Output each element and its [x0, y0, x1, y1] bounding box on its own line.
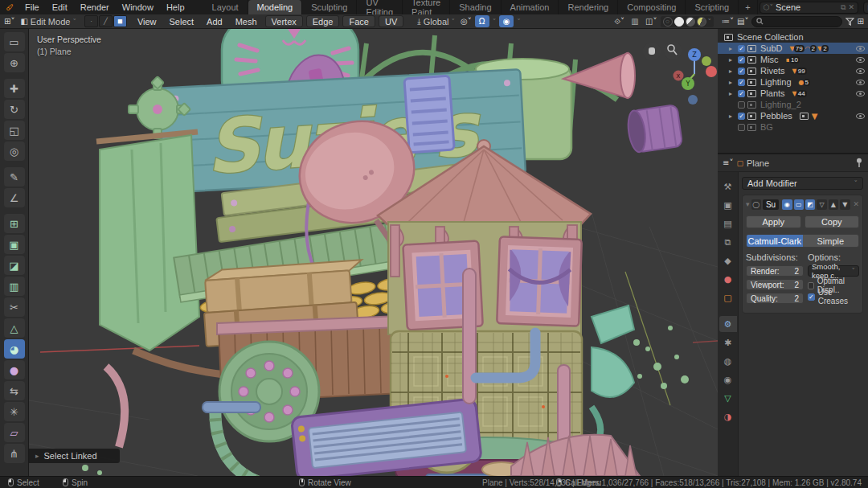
- menu-help[interactable]: Help: [161, 2, 190, 13]
- outliner-row-bg[interactable]: BG: [718, 121, 868, 133]
- hide-eye-icon[interactable]: [856, 46, 865, 51]
- uv-smooth-dropdown[interactable]: Smooth, keep c..˅: [808, 265, 859, 277]
- collection-checkbox[interactable]: ✓: [738, 56, 745, 64]
- viewport-visibility-icon[interactable]: ▭: [794, 199, 804, 210]
- tool-spin[interactable]: ◕: [4, 339, 25, 359]
- outliner-filter-mode-icon[interactable]: ▤˅: [737, 17, 748, 26]
- collapse-modifier-icon[interactable]: ▾: [746, 200, 750, 208]
- tab-render[interactable]: ▣: [719, 197, 737, 213]
- move-modifier-up-icon[interactable]: ▲: [829, 199, 838, 210]
- checkbox[interactable]: [808, 282, 814, 289]
- snapping-dropdown[interactable]: ˅: [493, 18, 497, 26]
- face-select-button[interactable]: ◼: [113, 15, 127, 27]
- tool-measure[interactable]: ∠: [4, 188, 25, 207]
- tab-animation[interactable]: Animation: [502, 0, 559, 14]
- menu-select[interactable]: Select: [165, 16, 199, 27]
- pin-icon[interactable]: [855, 158, 863, 168]
- tool-bevel[interactable]: ◪: [4, 256, 25, 275]
- purple-drum[interactable]: [626, 105, 683, 153]
- tab-particles[interactable]: ✱: [719, 334, 737, 351]
- outliner-row-lighting[interactable]: ▸ ✓ Lighting ●5: [718, 76, 868, 88]
- scene-canvas[interactable]: Suzie's: [29, 29, 718, 476]
- tool-transform[interactable]: ◎: [4, 141, 25, 161]
- tool-knife[interactable]: ✂: [4, 297, 25, 317]
- apply-button[interactable]: Apply: [746, 215, 801, 228]
- collection-checkbox[interactable]: ✓: [738, 90, 745, 97]
- show-gizmo-icon[interactable]: ⟐˅: [614, 17, 624, 27]
- mode-selector[interactable]: ◧ Edit Mode ˅: [18, 17, 78, 27]
- outliner-row-plants[interactable]: ▸ ✓ Plants ▼44: [718, 88, 868, 99]
- add-modifier-dropdown[interactable]: Add Modifier ˅: [742, 177, 863, 190]
- window-shutter[interactable]: [404, 76, 454, 153]
- tab-uv-editing[interactable]: UV Editing: [357, 0, 403, 14]
- tab-object[interactable]: ▢: [719, 289, 737, 306]
- tab-output[interactable]: ▤: [719, 215, 737, 232]
- menu-edge[interactable]: Edge: [306, 15, 340, 27]
- expand-icon[interactable]: ▸: [729, 45, 735, 52]
- collection-checkbox[interactable]: [738, 124, 745, 131]
- outliner-row-lighting-2[interactable]: Lighting_2: [718, 99, 868, 110]
- overlays-icon[interactable]: ◫˅: [645, 17, 657, 26]
- menu-view[interactable]: View: [133, 16, 162, 27]
- tab-compositing[interactable]: Compositing: [618, 0, 686, 14]
- editor-type-icon[interactable]: ⊞˅: [4, 17, 14, 26]
- pivot-point-icon[interactable]: ◎˅: [461, 17, 472, 26]
- operator-panel[interactable]: ▸ Select Linked: [29, 449, 120, 463]
- collection-checkbox[interactable]: ✓: [738, 68, 745, 75]
- unlink-scene-icon[interactable]: ✕: [848, 3, 854, 11]
- shading-dropdown[interactable]: ˅: [708, 18, 712, 26]
- new-collection-icon[interactable]: ⊞: [858, 17, 864, 26]
- quality-field[interactable]: Quality:2: [746, 293, 804, 304]
- nav-gizmo[interactable]: Z X Y: [643, 42, 717, 105]
- menu-face[interactable]: Face: [342, 15, 375, 27]
- hide-eye-icon[interactable]: [856, 91, 865, 96]
- hide-eye-icon[interactable]: [856, 113, 865, 119]
- xray-toggle-icon[interactable]: ▥: [628, 15, 642, 27]
- cage-visibility-icon[interactable]: ▽: [817, 199, 826, 210]
- checkbox[interactable]: ✓: [808, 293, 815, 301]
- tool-poly-build[interactable]: △: [4, 318, 25, 338]
- add-workspace-button[interactable]: +: [739, 0, 757, 14]
- tab-layout[interactable]: Layout: [203, 0, 248, 14]
- tool-edge-slide[interactable]: ⇆: [4, 381, 25, 400]
- modifier-name-field[interactable]: Su: [763, 199, 779, 210]
- tab-view-layer[interactable]: ⧉: [719, 234, 737, 250]
- tool-scale[interactable]: ◱: [4, 121, 25, 140]
- tab-physics[interactable]: ◍: [719, 353, 737, 369]
- outliner-display-mode-icon[interactable]: ≔˅: [722, 17, 734, 26]
- menu-file[interactable]: File: [19, 2, 45, 13]
- tab-material[interactable]: ◑: [719, 408, 737, 424]
- tab-constraints[interactable]: ◉: [719, 371, 737, 388]
- tab-scripting[interactable]: Scripting: [686, 0, 739, 14]
- wireframe-shading-icon[interactable]: ◌: [663, 17, 673, 27]
- editmode-visibility-icon[interactable]: ◩: [805, 199, 815, 210]
- menu-uv[interactable]: UV: [379, 15, 403, 27]
- tool-shrink-fatten[interactable]: ✳: [4, 402, 25, 421]
- collection-checkbox[interactable]: ✓: [738, 45, 745, 52]
- tab-world[interactable]: ●: [719, 271, 737, 287]
- tool-inset-faces[interactable]: ▣: [4, 235, 25, 254]
- gizmo-z-neg-axis[interactable]: [688, 95, 698, 105]
- tab-scene[interactable]: ◆: [719, 252, 737, 269]
- copy-button[interactable]: Copy: [805, 215, 860, 228]
- render-subdivisions-field[interactable]: Render:2: [746, 265, 804, 277]
- green-drape[interactable]: [96, 132, 199, 351]
- scene-selector[interactable]: ⬡˅ Scene ⧉ ✕: [760, 2, 858, 14]
- tool-annotate[interactable]: ✎: [4, 167, 25, 187]
- expand-operator-icon[interactable]: ▸: [35, 452, 39, 460]
- catmull-clark-button[interactable]: Catmull-Clark: [747, 235, 803, 247]
- tab-texture-paint[interactable]: Texture Paint: [403, 0, 450, 14]
- hide-eye-icon[interactable]: [856, 68, 865, 74]
- filter-funnel-icon[interactable]: [845, 18, 854, 26]
- properties-editor-type-icon[interactable]: ≡˅: [723, 158, 733, 167]
- tool-cursor[interactable]: ⊕: [4, 53, 25, 72]
- menu-edit[interactable]: Edit: [47, 2, 73, 13]
- rendered-shading-icon[interactable]: [697, 17, 706, 27]
- teal-flippers[interactable]: [592, 306, 634, 449]
- hide-eye-icon[interactable]: [856, 80, 865, 85]
- tab-modifiers[interactable]: ⚙: [719, 316, 737, 332]
- tab-sculpting[interactable]: Sculpting: [302, 0, 357, 14]
- blender-logo-icon[interactable]: 🜚: [5, 2, 14, 13]
- tower-window-right[interactable]: [497, 236, 582, 326]
- snapping-magnet-icon[interactable]: Ω: [475, 15, 489, 27]
